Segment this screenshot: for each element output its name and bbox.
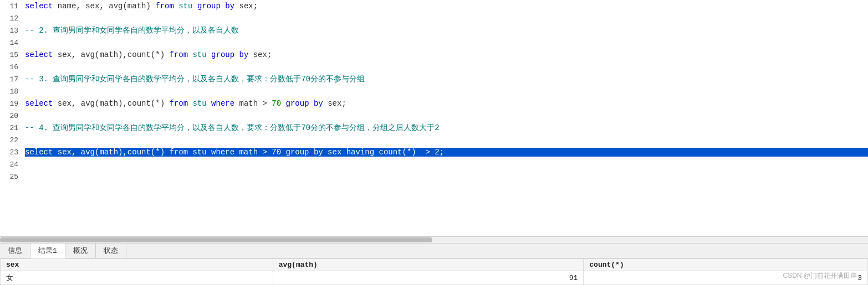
- table-cell: 91: [273, 271, 584, 285]
- table-cell: 3: [584, 271, 868, 285]
- line-number: 15: [0, 51, 25, 59]
- line-content: select sex, avg(math),count(*) from stu …: [25, 148, 868, 157]
- tab-结果1[interactable]: 结果1: [30, 243, 65, 258]
- code-line-23: 23select sex, avg(math),count(*) from st…: [0, 146, 868, 158]
- line-number: 18: [0, 87, 25, 96]
- code-editor[interactable]: 11select name, sex, avg(math) from stu g…: [0, 0, 868, 236]
- line-number: 11: [0, 2, 25, 11]
- line-number: 20: [0, 112, 25, 120]
- line-content: select name, sex, avg(math) from stu gro…: [25, 2, 868, 11]
- code-lines: 11select name, sex, avg(math) from stu g…: [0, 0, 868, 183]
- results-area: sexavg(math)count(*)女913: [0, 258, 868, 285]
- line-number: 16: [0, 63, 25, 71]
- col-header-avg(math): avg(math): [273, 259, 584, 271]
- line-content: [25, 111, 868, 120]
- code-line-24: 24: [0, 158, 868, 170]
- horizontal-scrollbar[interactable]: [0, 236, 868, 243]
- line-content: [25, 63, 868, 71]
- line-number: 21: [0, 124, 25, 132]
- line-content: [25, 38, 868, 47]
- line-number: 19: [0, 100, 25, 108]
- code-line-20: 20: [0, 110, 868, 122]
- col-header-count(*): count(*): [584, 259, 868, 271]
- code-line-12: 12: [0, 12, 868, 24]
- line-number: 24: [0, 160, 25, 169]
- line-content: [25, 172, 868, 181]
- scrollbar-thumb[interactable]: [0, 237, 432, 242]
- table-cell: 女: [1, 271, 273, 285]
- line-number: 17: [0, 75, 25, 84]
- line-number: 14: [0, 39, 25, 47]
- col-header-sex: sex: [1, 259, 273, 271]
- tab-概况[interactable]: 概况: [65, 243, 96, 258]
- results-table: sexavg(math)count(*)女913: [0, 258, 868, 285]
- line-number: 25: [0, 173, 25, 181]
- line-content: -- 3. 查询男同学和女同学各自的数学平均分，以及各自人数，要求：分数低于70…: [25, 74, 868, 84]
- code-line-11: 11select name, sex, avg(math) from stu g…: [0, 0, 868, 12]
- code-line-22: 22: [0, 134, 868, 146]
- tab-状态[interactable]: 状态: [96, 243, 126, 258]
- tab-信息[interactable]: 信息: [0, 243, 30, 258]
- line-number: 23: [0, 148, 25, 157]
- line-number: 22: [0, 136, 25, 144]
- code-line-17: 17-- 3. 查询男同学和女同学各自的数学平均分，以及各自人数，要求：分数低于…: [0, 73, 868, 85]
- code-line-19: 19select sex, avg(math),count(*) from st…: [0, 97, 868, 110]
- table-row: 女913: [1, 271, 868, 285]
- line-content: [25, 14, 868, 23]
- code-line-25: 25: [0, 170, 868, 183]
- line-content: [25, 160, 868, 169]
- line-content: [25, 87, 868, 96]
- tab-bar: 信息结果1概况状态: [0, 243, 868, 258]
- code-line-16: 16: [0, 61, 868, 73]
- line-content: -- 4. 查询男同学和女同学各自的数学平均分，以及各自人数，要求：分数低于70…: [25, 123, 868, 133]
- line-content: -- 2. 查询男同学和女同学各自的数学平均分，以及各自人数: [25, 25, 868, 35]
- line-content: [25, 136, 868, 144]
- line-content: select sex, avg(math),count(*) from stu …: [25, 50, 868, 59]
- code-line-21: 21-- 4. 查询男同学和女同学各自的数学平均分，以及各自人数，要求：分数低于…: [0, 122, 868, 134]
- code-line-15: 15select sex, avg(math),count(*) from st…: [0, 49, 868, 61]
- code-line-18: 18: [0, 85, 868, 97]
- line-content: select sex, avg(math),count(*) from stu …: [25, 99, 868, 108]
- code-line-13: 13-- 2. 查询男同学和女同学各自的数学平均分，以及各自人数: [0, 24, 868, 37]
- line-number: 12: [0, 14, 25, 23]
- code-line-14: 14: [0, 37, 868, 49]
- line-number: 13: [0, 27, 25, 35]
